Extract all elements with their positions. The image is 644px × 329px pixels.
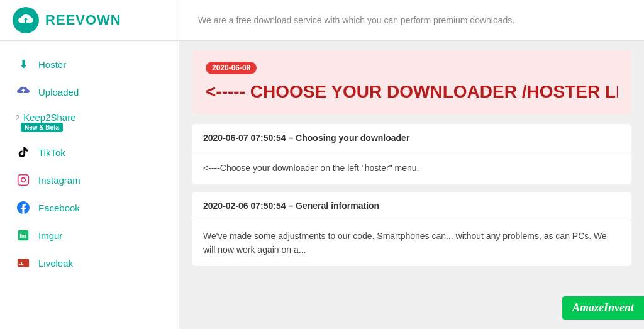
logo-text: REEVOWN [45,12,121,28]
tiktok-icon [16,145,31,160]
sidebar-item-uploaded-label: Uploaded [38,87,79,98]
sidebar-item-instagram[interactable]: Instagram [0,166,179,194]
svg-text:LL: LL [19,261,24,265]
new-beta-badge: New & Beta [21,123,63,132]
news-card-2: 2020-02-06 07:50:54 – General informatio… [192,192,631,266]
sidebar-item-keep2share[interactable]: 2 Keep2Share New & Beta [0,106,179,138]
logo-icon [13,7,39,33]
liveleak-icon: LL [16,255,31,270]
instagram-icon [16,172,31,187]
sidebar-item-tiktok-label: TikTok [38,147,65,158]
news-card-1: 2020-06-07 07:50:54 – Choosing your down… [192,124,631,184]
k2s-number: 2 [16,114,19,121]
imgur-icon: Im [16,228,31,243]
sidebar-item-imgur-label: Imgur [38,230,62,241]
main-content: 2020-06-08 <----- CHOOSE YOUR DOWNLOADER… [179,41,644,329]
sidebar-item-tiktok[interactable]: TikTok [0,138,179,166]
download-icon: ⬇ [16,57,31,72]
upload-icon [16,84,31,99]
sidebar-item-uploaded[interactable]: Uploaded [0,78,179,106]
sidebar-item-liveleak[interactable]: LL Liveleak [0,249,179,277]
news-body-2: We've made some adjustments to our code.… [192,220,631,266]
sidebar-item-hoster[interactable]: ⬇ Hoster [0,50,179,78]
sidebar-item-imgur[interactable]: Im Imgur [0,221,179,249]
announcement-date-badge: 2020-06-08 [206,62,257,74]
main-layout: ⬇ Hoster Uploaded 2 Keep2Share New & Bet… [0,41,644,329]
watermark: AmazeInvent [562,296,644,320]
sidebar: ⬇ Hoster Uploaded 2 Keep2Share New & Bet… [0,41,179,329]
svg-text:Im: Im [19,233,26,239]
facebook-icon [16,200,31,215]
sidebar-item-facebook-label: Facebook [38,203,80,213]
news-body-1: <----Choose your downloader on the left … [192,152,631,184]
announcement-text: <----- CHOOSE YOUR DOWNLOADER /HOSTER LI… [206,81,618,103]
announcement-card: 2020-06-08 <----- CHOOSE YOUR DOWNLOADER… [192,50,631,114]
sidebar-item-k2s-label: Keep2Share [23,112,75,123]
svg-rect-0 [18,175,29,186]
sidebar-item-hoster-label: Hoster [38,59,66,70]
svg-point-2 [26,177,27,178]
svg-point-1 [21,178,26,182]
header-tagline: We are a free download service with whic… [179,15,644,25]
news-header-1: 2020-06-07 07:50:54 – Choosing your down… [192,124,631,152]
sidebar-item-liveleak-label: Liveleak [38,258,73,269]
sidebar-item-instagram-label: Instagram [38,175,80,186]
app-header: REEVOWN We are a free download service w… [0,0,644,41]
news-header-2: 2020-02-06 07:50:54 – General informatio… [192,192,631,220]
sidebar-item-facebook[interactable]: Facebook [0,194,179,221]
logo-area: REEVOWN [0,0,179,40]
